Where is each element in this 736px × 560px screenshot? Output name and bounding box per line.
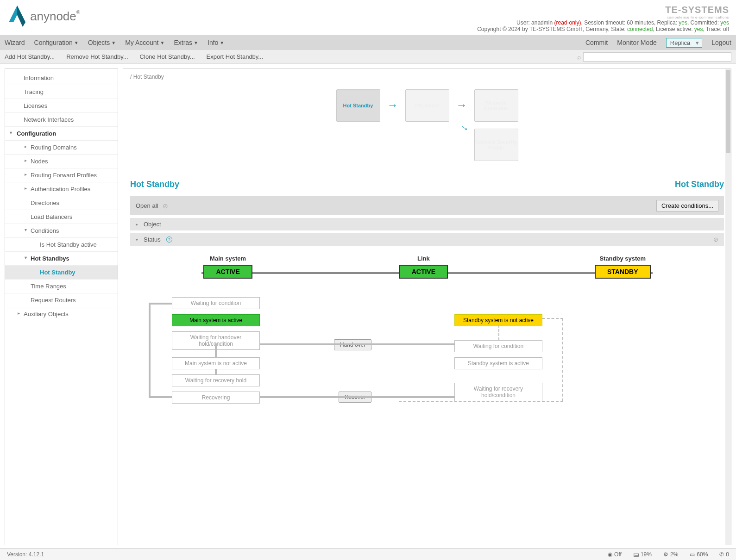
state-main-not-active: Main system is not active	[172, 357, 260, 369]
logo-text: anynode®	[30, 9, 80, 24]
arrow-icon: →	[456, 99, 467, 112]
sidebar-item-nodes[interactable]: Nodes	[5, 155, 118, 168]
menu-configuration[interactable]: Configuration▼	[34, 39, 79, 46]
arrow-icon: →	[387, 99, 398, 112]
add-hot-standby-button[interactable]: Add Hot Standby...	[5, 53, 55, 60]
state-recovering: Recovering	[172, 392, 260, 404]
state-main-active: Main system is active	[172, 314, 260, 326]
create-conditions-button[interactable]: Create conditions...	[656, 200, 718, 212]
user-line: User: anadmin (read-only), Session timeo…	[477, 19, 729, 26]
sidebar-item-information[interactable]: Information	[5, 71, 118, 85]
standby-system-label: Standby system	[595, 255, 651, 262]
state-standby-active: Standby system is active	[454, 357, 542, 369]
help-icon[interactable]: ?	[166, 236, 172, 243]
page-title-left: Hot Standby	[130, 180, 179, 189]
export-hot-standby-button[interactable]: Export Hot Standby...	[207, 53, 264, 60]
cancel-icon[interactable]: ⊘	[713, 236, 718, 243]
footer: Version: 4.12.1 ◉Off 🖴19% ⚙2% ▭60% ✆0	[0, 548, 736, 550]
link-label: Link	[399, 255, 448, 262]
state-waiting-condition: Waiting for condition	[172, 297, 260, 309]
flow-box-hot-standby[interactable]: Hot Standby	[336, 89, 380, 122]
sidebar-item-hot-standby[interactable]: Hot Standby	[5, 266, 118, 280]
standby-system-status: STANDBY	[595, 265, 651, 279]
sidebar-item-auxiliary-objects[interactable]: Auxiliary Objects	[5, 307, 118, 321]
chevron-right-icon: ▸	[136, 222, 138, 227]
main-system-label: Main system	[203, 255, 252, 262]
anynode-logo-icon	[7, 5, 28, 28]
page-title-right: Hot Standby	[675, 180, 724, 189]
flow-box-network-controller[interactable]: Network Controller	[474, 89, 518, 122]
logo: anynode®	[7, 5, 80, 28]
clone-hot-standby-button[interactable]: Clone Hot Standby...	[140, 53, 195, 60]
logout-button[interactable]: Logout	[711, 39, 731, 46]
flow-diagram: Hot Standby → IPC Client → Network Contr…	[130, 89, 724, 161]
section-status-label: Status	[144, 236, 161, 243]
sidebar-item-tracing[interactable]: Tracing	[5, 85, 118, 99]
main-system-status: ACTIVE	[203, 265, 252, 279]
sidebar-item-directories[interactable]: Directories	[5, 196, 118, 210]
breadcrumb: / Hot Standby	[130, 74, 724, 80]
menu-wizard[interactable]: Wizard	[5, 39, 25, 46]
section-status[interactable]: ▾ Status ? ⊘	[130, 233, 724, 246]
state-waiting-recovery: Waiting for recovery hold	[172, 374, 260, 386]
sidebar-item-conditions[interactable]: Conditions	[5, 224, 118, 238]
menu-info[interactable]: Info▼	[208, 39, 224, 46]
sidebar-item-routing-forward-profiles[interactable]: Routing Forward Profiles	[5, 168, 118, 182]
arrow-icon: →	[457, 120, 472, 136]
section-object[interactable]: ▸ Object	[130, 218, 724, 230]
sidebar-item-authentication-profiles[interactable]: Authentication Profiles	[5, 182, 118, 196]
sidebar-item-licenses[interactable]: Licenses	[5, 99, 118, 113]
menu-objects[interactable]: Objects▼	[88, 39, 116, 46]
chevron-down-icon: ▾	[136, 237, 138, 242]
copyright-line: Copyright © 2024 by TE-SYSTEMS GmbH, Ger…	[477, 26, 729, 32]
flow-box-ipc-client[interactable]: IPC Client	[405, 89, 449, 122]
sidebar: Information Tracing Licenses Network Int…	[5, 68, 118, 545]
cancel-icon[interactable]: ⊘	[163, 202, 168, 210]
menu-account[interactable]: My Account▼	[125, 39, 164, 46]
search-icon: ⌕	[577, 53, 581, 61]
section-object-label: Object	[144, 221, 161, 228]
sidebar-header-configuration[interactable]: Configuration	[5, 127, 118, 141]
content: / Hot Standby Hot Standby → IPC Client →…	[123, 68, 731, 545]
section-bar: Open all ⊘ Create conditions...	[130, 196, 724, 215]
scrollbar[interactable]	[725, 69, 731, 545]
menubar: Wizard Configuration▼ Objects▼ My Accoun…	[0, 35, 736, 50]
replica-select[interactable]: Replica	[666, 38, 702, 48]
brand: TE-SYSTEMS	[477, 5, 729, 15]
state-waiting-recovery-cond: Waiting for recovery hold/condition	[454, 383, 542, 401]
sidebar-item-routing-domains[interactable]: Routing Domains	[5, 141, 118, 155]
commit-button[interactable]: Commit	[585, 39, 608, 46]
sidebar-item-hot-standbys[interactable]: Hot Standbys	[5, 252, 118, 266]
status-row: Main system ACTIVE Link ACTIVE Standby s…	[130, 255, 724, 279]
toolbar: Add Hot Standby... Remove Hot Standby...…	[0, 50, 736, 64]
remove-hot-standby-button[interactable]: Remove Hot Standby...	[66, 53, 128, 60]
sidebar-item-request-routers[interactable]: Request Routers	[5, 293, 118, 307]
state-diagram: Waiting for condition Main system is act…	[139, 297, 715, 427]
search-input[interactable]	[583, 52, 731, 62]
link-status: ACTIVE	[399, 265, 448, 279]
state-waiting-condition-2: Waiting for condition	[454, 340, 542, 352]
brand-sub: competence in e-communications	[477, 15, 729, 19]
menu-extras[interactable]: Extras▼	[174, 39, 198, 46]
flow-box-network-security-profile[interactable]: Network Security Profile	[474, 129, 518, 161]
sidebar-item-is-hot-standby-active[interactable]: Is Hot Standby active	[5, 238, 118, 252]
open-all-button[interactable]: Open all	[136, 202, 158, 209]
header-right: TE-SYSTEMS competence in e-communication…	[477, 5, 729, 32]
sidebar-item-time-ranges[interactable]: Time Ranges	[5, 280, 118, 293]
monitor-mode-button[interactable]: Monitor Mode	[617, 39, 657, 46]
sidebar-item-load-balancers[interactable]: Load Balancers	[5, 210, 118, 224]
sidebar-item-network-interfaces[interactable]: Network Interfaces	[5, 113, 118, 127]
header: anynode® TE-SYSTEMS competence in e-comm…	[0, 0, 736, 35]
